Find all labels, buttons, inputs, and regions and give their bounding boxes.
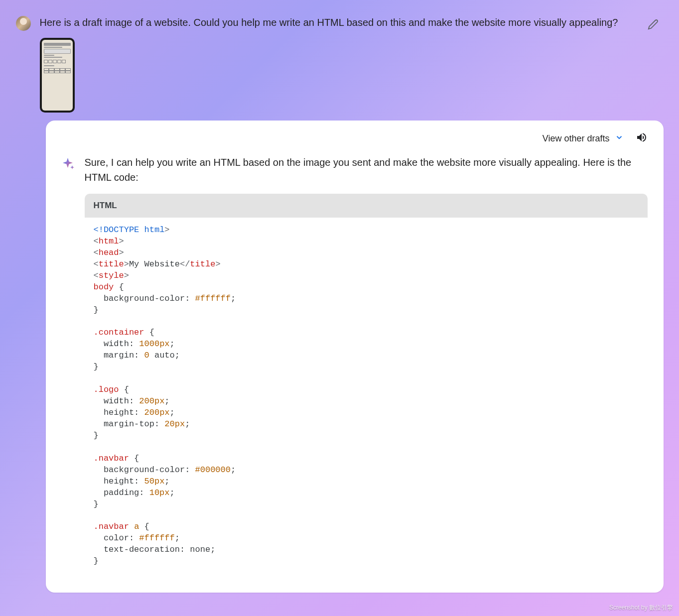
user-content: Here is a draft image of a website. Coul… [40,15,664,113]
response-card: View other drafts [46,121,664,593]
response-header: View other drafts [62,131,648,146]
speaker-icon[interactable] [636,131,648,146]
attached-image-thumbnail[interactable] [40,38,75,113]
view-drafts-label: View other drafts [543,133,610,144]
chat-container: Here is a draft image of a website. Coul… [16,15,664,593]
response-content: Sure, I can help you write an HTML based… [85,155,648,593]
chevron-down-icon [615,133,624,144]
view-other-drafts-button[interactable]: View other drafts [543,133,624,144]
code-language-label: HTML [85,194,648,218]
bard-sparkle-icon [62,157,76,171]
user-avatar[interactable] [16,16,31,31]
response-intro-text: Sure, I can help you write an HTML based… [85,155,648,185]
user-message: Here is a draft image of a website. Coul… [16,15,664,121]
watermark-text: Screenshot by 數位引擎 [609,604,673,612]
response-body: Sure, I can help you write an HTML based… [62,155,648,593]
sketch-preview [42,40,73,111]
code-content[interactable]: <!DOCTYPE html> <html> <head> <title>My … [85,218,648,583]
code-block: HTML <!DOCTYPE html> <html> <head> <titl… [85,194,648,583]
user-prompt-text: Here is a draft image of a website. Coul… [40,15,639,30]
edit-icon[interactable] [648,19,659,32]
